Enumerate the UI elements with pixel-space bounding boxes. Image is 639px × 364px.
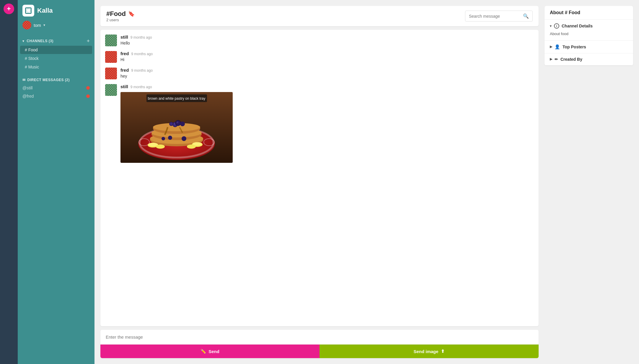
channel-title-area: #Food 🔖 2 users [106, 10, 135, 22]
svg-point-32 [148, 143, 158, 146]
created-by-header[interactable]: ▶ ✏ Created By [550, 57, 628, 62]
created-by-label: Created By [560, 57, 582, 62]
sidebar-header: Kalla [18, 0, 94, 19]
table-row: still 9 months ago Hello [105, 35, 534, 46]
message-time: 9 months ago [131, 85, 152, 89]
avatar [105, 68, 117, 79]
app-icon [22, 5, 34, 17]
message-text: hey [120, 73, 534, 79]
sidebar-user: tom ▾ [18, 19, 94, 34]
top-posters-section: ▶ 👤 Top Posters [545, 41, 633, 53]
food-image: brown and white pastry on black tray [120, 92, 233, 163]
svg-text:brown and white pastry on blac: brown and white pastry on black tray [148, 96, 206, 101]
created-by-section: ▶ ✏ Created By [545, 53, 633, 65]
svg-point-1 [26, 8, 28, 10]
sidebar: Kalla tom ▾ ▾ CHANNELS (3) + # Food # St… [18, 0, 94, 364]
upload-icon: ⬆ [441, 349, 445, 354]
dm-name-still: @still [22, 86, 32, 90]
message-meta: still 9 months ago [120, 35, 534, 40]
message-author: still [120, 84, 128, 89]
svg-point-27 [180, 122, 185, 126]
svg-point-29 [182, 136, 186, 141]
message-body: still 9 months ago [120, 84, 534, 164]
top-posters-label: Top Posters [563, 45, 586, 49]
person-icon: 👤 [555, 44, 560, 50]
channel-details-label: Channel Details [562, 24, 593, 28]
message-input[interactable] [100, 330, 539, 345]
table-row: still 9 months ago [105, 84, 534, 164]
user-name: tom [34, 23, 41, 28]
svg-point-26 [170, 122, 173, 125]
message-time: 9 months ago [131, 35, 152, 40]
dm-section-header: ✉ DIRECT MESSAGES (2) [18, 76, 94, 84]
info-icon: i [554, 23, 559, 29]
dm-item-fred[interactable]: @fred [18, 92, 94, 100]
table-row: fred 9 months ago hey [105, 68, 534, 79]
dm-name-fred: @fred [22, 94, 34, 99]
svg-point-35 [156, 145, 165, 149]
svg-point-4 [29, 11, 31, 13]
message-text: Hello [120, 40, 534, 46]
table-row: fred 9 months ago Hi [105, 51, 534, 63]
left-bar: + [0, 0, 18, 364]
svg-point-28 [168, 136, 172, 140]
input-area: ✏️ Send Send image ⬆ [100, 330, 539, 358]
email-icon: ✉ [22, 78, 26, 82]
svg-point-36 [187, 145, 196, 149]
channel-title-block: #Food 🔖 2 users [106, 10, 135, 22]
dm-item-still[interactable]: @still [18, 84, 94, 92]
send-image-button[interactable]: Send image ⬆ [320, 345, 539, 358]
send-button[interactable]: ✏️ Send [100, 345, 320, 358]
chevron-down-icon[interactable]: ▾ [43, 23, 45, 27]
avatar [105, 51, 117, 63]
svg-rect-6 [26, 10, 31, 11]
bookmark-icon[interactable]: 🔖 [128, 11, 135, 17]
message-author: fred [120, 51, 129, 56]
search-box: 🔍 [465, 11, 533, 22]
channels-section-header: ▾ CHANNELS (3) + [18, 37, 94, 45]
avatar [105, 35, 117, 46]
message-meta: fred 9 months ago [120, 51, 534, 56]
message-meta: still 9 months ago [120, 84, 534, 89]
messages-area: still 9 months ago Hello fred 9 months a… [100, 30, 539, 326]
channel-details-header[interactable]: ▾ i Channel Details [550, 23, 628, 29]
dm-status-fred [86, 94, 90, 98]
message-meta: fred 9 months ago [120, 68, 534, 73]
svg-point-24 [177, 122, 178, 123]
message-time: 9 months ago [131, 68, 153, 73]
dm-section: ✉ DIRECT MESSAGES (2) @still @fred [18, 74, 94, 103]
channels-section: ▾ CHANNELS (3) + # Food # Stock # Music [18, 34, 94, 74]
main-content: #Food 🔖 2 users 🔍 still 9 months ago Hel… [94, 0, 545, 364]
channel-header: #Food 🔖 2 users 🔍 [100, 6, 539, 26]
top-posters-header[interactable]: ▶ 👤 Top Posters [550, 44, 628, 50]
channel-user-count: 2 users [106, 18, 135, 22]
avatar [105, 84, 117, 96]
right-panel-title: About # Food [545, 6, 633, 20]
svg-point-2 [29, 8, 31, 10]
message-body: fred 9 months ago hey [120, 68, 534, 79]
message-body: fred 9 months ago Hi [120, 51, 534, 63]
about-text: About food [550, 31, 628, 37]
avatar [22, 21, 31, 29]
dm-status-still [86, 86, 90, 90]
message-text: Hi [120, 57, 534, 63]
app-name: Kalla [37, 7, 53, 14]
svg-point-3 [26, 11, 28, 13]
chevron-right-icon: ▶ [550, 57, 552, 61]
channel-name: #Food [106, 10, 126, 18]
channels-section-label: ▾ CHANNELS (3) [22, 39, 53, 43]
sidebar-item-food[interactable]: # Food [20, 46, 92, 54]
new-channel-button[interactable]: + [4, 4, 14, 14]
sidebar-item-stock[interactable]: # Stock [20, 54, 92, 63]
pencil-icon: ✏ [555, 57, 558, 62]
search-icon[interactable]: 🔍 [523, 13, 529, 19]
sidebar-item-music[interactable]: # Music [20, 63, 92, 71]
message-body: still 9 months ago Hello [120, 35, 534, 46]
search-input[interactable] [469, 14, 521, 19]
message-image-container: brown and white pastry on black tray [120, 92, 233, 163]
add-channel-button[interactable]: + [87, 38, 90, 44]
chevron-right-icon: ▶ [550, 45, 552, 49]
send-icon: ✏️ [200, 349, 206, 354]
channel-details-section: ▾ i Channel Details About food [545, 20, 633, 41]
message-time: 9 months ago [131, 52, 153, 56]
